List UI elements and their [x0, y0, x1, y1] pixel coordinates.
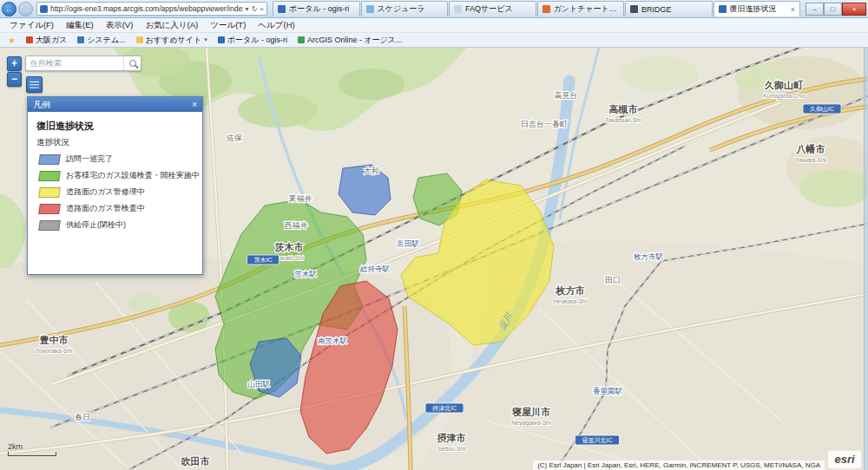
tab-label: 復旧進捗状況: [730, 3, 787, 15]
favorite-site-icon: [298, 36, 305, 43]
search-input[interactable]: [26, 59, 123, 68]
scale-bar: 2km: [8, 442, 56, 456]
stop-icon[interactable]: ×: [260, 5, 264, 13]
favorites-item[interactable]: 大阪ガス: [21, 34, 72, 47]
browser-tab[interactable]: 復旧進捗状況×: [713, 1, 801, 16]
browser-tab[interactable]: BRIDGE: [625, 1, 713, 16]
map-label: 吹田市: [181, 456, 210, 467]
tab-strip: ポータル - ogis-riスケジューラFAQサービスガントチャート - GIS…: [273, 1, 800, 16]
search-button[interactable]: [123, 56, 141, 70]
favorites-bar: ★ 大阪ガスシステム...おすすめサイト▾ポータル - ogis-riArcGI…: [0, 33, 868, 48]
esri-logo: esri: [828, 451, 861, 468]
map-canvas[interactable]: 高槻市Takatsuki-Shi茨木市Ibaraki-Shi枚方市Hirakat…: [0, 48, 868, 470]
legend-swatch: [38, 220, 61, 231]
map-label: 寝屋川市: [511, 407, 550, 417]
map-label: 摂津市: [437, 433, 466, 443]
back-button[interactable]: ←: [2, 2, 16, 16]
map-label: 山田駅: [247, 380, 270, 388]
favorites-star-icon[interactable]: ★: [4, 36, 19, 45]
scale-label: 2km: [8, 442, 56, 451]
legend-title: 凡例: [33, 99, 50, 111]
ic-badge-label: 茨木IC: [254, 257, 273, 263]
legend-item-label: 道路面のガス管検査中: [66, 203, 145, 214]
legend-swatch: [38, 154, 61, 165]
legend-toggle-button[interactable]: [26, 76, 43, 93]
map-label: 大和: [364, 166, 379, 175]
tab-label: スケジューラ: [378, 3, 444, 15]
menu-item[interactable]: 表示(V): [100, 19, 140, 32]
address-dropdown-icon[interactable]: ▾: [246, 5, 249, 13]
tab-favicon: [454, 5, 462, 13]
map-label: 高槻市: [609, 104, 638, 114]
legend-item: 道路面のガス管修理中: [28, 184, 202, 200]
favorites-item[interactable]: ポータル - ogis-ri: [213, 34, 293, 47]
close-window-button[interactable]: ×: [842, 3, 866, 16]
map-label: Kumiyama-Cho: [763, 93, 805, 100]
map-label: 佐保: [226, 134, 242, 142]
map-label: 枚方市: [556, 285, 585, 296]
refresh-icon[interactable]: ↻: [252, 5, 258, 13]
menu-item[interactable]: 編集(E): [60, 19, 100, 32]
tab-favicon: [366, 5, 374, 13]
browser-tab[interactable]: ガントチャート - GIS復旧状況: [537, 1, 625, 16]
legend-item-label: 訪問一巡完了: [66, 153, 113, 165]
legend-item-label: 道路面のガス管修理中: [66, 186, 145, 198]
tab-favicon: [719, 5, 727, 13]
tab-label: ポータル - ogis-ri: [289, 3, 355, 15]
legend-close-icon[interactable]: ×: [192, 100, 197, 109]
map-label: Hirakata-Shi: [554, 298, 588, 304]
favorites-item[interactable]: おすすめサイト▾: [131, 34, 213, 47]
chevron-down-icon: ▾: [204, 36, 207, 43]
zoom-in-button[interactable]: +: [7, 56, 22, 71]
legend-item: 供給停止(閉栓中): [28, 217, 202, 233]
favorites-item[interactable]: ArcGIS Online - オージス...: [293, 34, 408, 47]
map-label: 久御山町: [764, 80, 804, 90]
legend-items: 訪問一巡完了お客様宅のガス設備検査・開栓実施中道路面のガス管修理中道路面のガス管…: [28, 151, 202, 233]
favorite-label: ポータル - ogis-ri: [227, 35, 287, 46]
map-label: 総持寺駅: [359, 264, 391, 273]
tab-favicon: [278, 5, 286, 13]
menu-item[interactable]: お気に入り(A): [139, 19, 204, 32]
favorites-item[interactable]: システム...: [72, 34, 130, 47]
window-controls: – □ ×: [806, 3, 866, 16]
menu-item[interactable]: ツール(T): [204, 19, 252, 32]
address-bar[interactable]: http://ogis-ene3.maps.arcgis.com/apps/we…: [36, 2, 267, 16]
legend-item: 訪問一巡完了: [28, 151, 202, 167]
browser-tab[interactable]: FAQサービス: [449, 1, 536, 16]
map-label: 西福井: [285, 221, 308, 230]
favorite-site-icon: [136, 36, 143, 43]
menu-item[interactable]: ヘルプ(H): [252, 19, 300, 32]
url-text[interactable]: http://ogis-ene3.maps.arcgis.com/apps/we…: [50, 4, 243, 13]
forward-button[interactable]: →: [18, 2, 33, 16]
legend-list-icon: [30, 82, 39, 83]
map-label: 香里園駅: [593, 387, 623, 395]
window-frame-right: [864, 48, 868, 470]
tab-close-icon[interactable]: ×: [791, 5, 795, 14]
map-label: 茨木市: [275, 242, 304, 252]
map-label: 富田駅: [397, 239, 419, 248]
ic-badge-label: 摂津北IC: [432, 405, 457, 412]
map-label: 東福井: [289, 194, 312, 203]
tab-favicon: [542, 5, 550, 13]
legend-item: 道路面のガス管検査中: [28, 200, 202, 217]
map-label: 南茨木駅: [318, 336, 348, 345]
legend-item-label: 供給停止(閉栓中): [66, 219, 126, 231]
map-label: Takatsuki-Shi: [605, 117, 641, 123]
minimize-button[interactable]: –: [806, 3, 824, 16]
browser-tab[interactable]: ポータル - ogis-ri: [273, 1, 360, 16]
favorite-site-icon: [26, 36, 33, 43]
ic-badge-label: 寝屋川北IC: [582, 437, 613, 444]
maximize-button[interactable]: □: [824, 3, 842, 16]
favorite-site-icon: [77, 36, 84, 43]
map-label: Toyonaka-Shi: [36, 348, 73, 355]
tab-label: BRIDGE: [641, 5, 707, 14]
menu-item[interactable]: ファイル(F): [3, 19, 60, 32]
map-label: Neyagawa-Shi: [511, 420, 551, 427]
zoom-out-button[interactable]: −: [7, 72, 22, 87]
tab-label: ガントチャート - GIS復旧状況: [554, 3, 620, 15]
browser-tab[interactable]: スケジューラ: [361, 1, 449, 16]
favorite-label: システム...: [87, 35, 125, 46]
map-label: 高見台: [555, 91, 578, 100]
legend-item: お客様宅のガス設備検査・開栓実施中: [28, 167, 202, 184]
map-label: 枚方市駅: [634, 252, 664, 261]
